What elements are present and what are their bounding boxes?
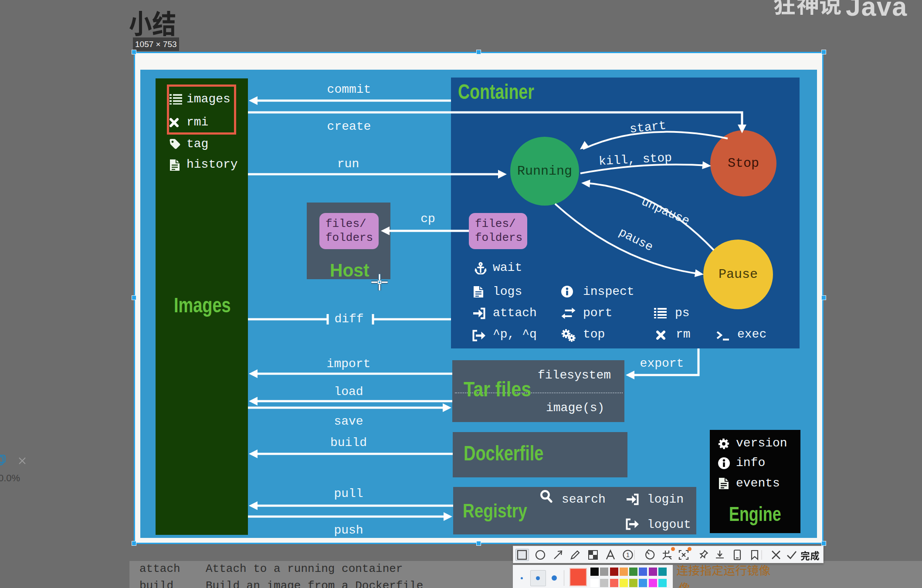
svg-text:1: 1: [626, 551, 630, 558]
